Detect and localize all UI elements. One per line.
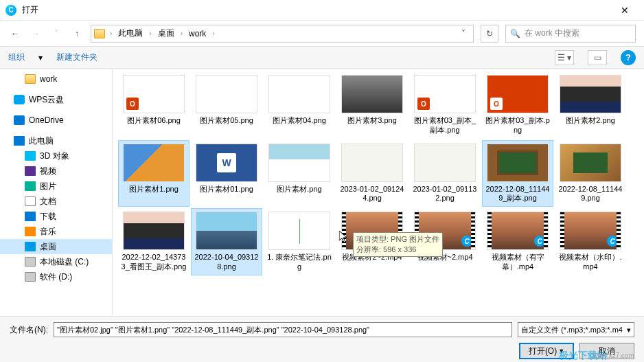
cloud-icon: [14, 95, 25, 104]
thumbnail: [560, 75, 621, 113]
file-label: 图片素材3.png: [347, 116, 397, 126]
file-item[interactable]: 2022-12-08_111449_副本.png: [482, 140, 553, 207]
doc-icon: [25, 196, 36, 206]
refresh-button[interactable]: ↻: [481, 25, 498, 43]
filename-input[interactable]: [54, 322, 512, 337]
tree-item[interactable]: WPS云盘: [0, 92, 112, 107]
tree-item[interactable]: OneDrive: [0, 113, 112, 128]
file-item[interactable]: 图片素材2.png: [555, 71, 626, 139]
chevron-right-icon: ›: [210, 30, 216, 37]
up-button[interactable]: ↑: [70, 27, 84, 41]
tree-label: 音乐: [40, 226, 56, 238]
back-button[interactable]: ←: [8, 27, 22, 41]
file-item[interactable]: 图片素材1.png: [118, 140, 189, 207]
thumbnail: [123, 212, 185, 250]
file-label: 图片素材03_副本.png: [484, 116, 551, 135]
window-title: 打开: [22, 4, 611, 16]
search-input[interactable]: 🔍 在 work 中搜索: [505, 25, 636, 43]
file-item[interactable]: O图片素材03_副本.png: [482, 71, 553, 139]
tree-item[interactable]: 视频: [0, 163, 112, 179]
thumbnail: [341, 75, 403, 113]
thumbnail: C: [487, 212, 549, 250]
obj3d-icon: [25, 151, 36, 161]
tree-item[interactable]: 图片: [0, 179, 112, 194]
chevron-right-icon: ›: [179, 30, 185, 37]
pic-icon: [25, 181, 36, 191]
thumbnail: O: [414, 75, 476, 113]
tree-item[interactable]: 此电脑: [0, 133, 112, 148]
file-item[interactable]: C视频素材2~2.mp4: [336, 208, 408, 275]
file-label: 视频素材2~2.mp4: [342, 253, 402, 262]
file-item[interactable]: C视频素材（水印）.mp4: [555, 208, 626, 275]
file-item[interactable]: O图片素材03_副本_副本.png: [409, 71, 481, 139]
file-item[interactable]: 图片素材3.png: [336, 71, 408, 139]
file-label: 1. 康奈尔笔记法.png: [266, 253, 333, 272]
path-segment[interactable]: 桌面: [155, 26, 177, 41]
file-label: 2022-12-02_143733_看图王_副本.png: [120, 253, 187, 272]
cloud2-icon: [14, 115, 25, 125]
tree-item[interactable]: 下载: [0, 209, 112, 224]
file-item[interactable]: 2023-01-02_091244.png: [336, 140, 408, 207]
tree-item[interactable]: 桌面: [0, 239, 112, 254]
folder-icon: [25, 74, 36, 84]
file-item[interactable]: 2022-10-04_093128.png: [191, 208, 262, 275]
file-label: 2023-01-02_091244.png: [338, 185, 406, 204]
file-item[interactable]: O图片素材06.png: [118, 71, 189, 139]
tree-label: 桌面: [40, 241, 56, 253]
new-folder-button[interactable]: 新建文件夹: [56, 52, 97, 63]
cancel-button[interactable]: 取消: [579, 343, 634, 359]
file-item[interactable]: W图片素材01.png: [191, 140, 262, 207]
filename-label: 文件名(N):: [10, 324, 48, 336]
tree-item[interactable]: 3D 对象: [0, 148, 112, 163]
tree-item[interactable]: 文档: [0, 194, 112, 209]
tree-item[interactable]: 本地磁盘 (C:): [0, 254, 112, 269]
file-label: 2022-12-08_111449.png: [557, 185, 624, 204]
path-segment[interactable]: 此电脑: [115, 26, 146, 41]
help-button[interactable]: ?: [621, 50, 636, 65]
file-item[interactable]: 图片素材04.png: [264, 71, 335, 139]
thumbnail: [123, 144, 185, 182]
tree-label: OneDrive: [29, 115, 64, 125]
file-label: 图片素材1.png: [129, 185, 179, 194]
open-button[interactable]: 打开(O)▼: [519, 343, 574, 359]
file-item[interactable]: 图片素材.png: [264, 140, 335, 207]
close-button[interactable]: ✕: [611, 5, 639, 16]
tree-item[interactable]: work: [0, 71, 112, 87]
tree-item[interactable]: 音乐: [0, 224, 112, 239]
file-item[interactable]: C视频素材~2.mp4: [409, 208, 481, 275]
file-item[interactable]: C视频素材（有字幕）.mp4: [482, 208, 553, 275]
pc-icon: [14, 136, 25, 146]
file-item[interactable]: 图片素材05.png: [191, 71, 262, 139]
thumbnail: [560, 144, 621, 182]
view-mode-button[interactable]: ☰ ▾: [555, 50, 574, 65]
file-label: 2022-12-08_111449_副本.png: [484, 185, 551, 204]
file-item[interactable]: 2023-01-02_091132.png: [409, 140, 481, 207]
tree-label: 视频: [40, 166, 56, 177]
recent-dropdown[interactable]: ˅: [49, 27, 63, 41]
tree-item[interactable]: 软件 (D:): [0, 269, 112, 284]
app-icon: C: [5, 5, 16, 16]
forward-button[interactable]: →: [29, 27, 43, 41]
file-type-filter[interactable]: 自定义文件 (*.mp3;*.mp3;*.m4 ▾: [518, 322, 634, 337]
file-item[interactable]: 2022-12-08_111449.png: [555, 140, 626, 207]
drive-icon: [25, 257, 36, 267]
file-item[interactable]: 2022-12-02_143733_看图王_副本.png: [118, 208, 189, 275]
sidebar-tree[interactable]: workWPS云盘OneDrive此电脑3D 对象视频图片文档下载音乐桌面本地磁…: [0, 69, 113, 316]
file-list[interactable]: O图片素材06.png图片素材05.png图片素材04.png图片素材3.png…: [113, 69, 644, 316]
music-icon: [25, 227, 36, 236]
preview-pane-button[interactable]: ▭: [588, 50, 607, 65]
tree-label: work: [40, 74, 57, 84]
thumbnail: [196, 75, 257, 113]
address-dropdown[interactable]: ˅: [457, 29, 470, 38]
path-segment[interactable]: work: [186, 27, 209, 40]
file-label: 图片素材04.png: [273, 116, 326, 126]
folder-icon: [94, 29, 105, 38]
address-bar[interactable]: › 此电脑 › 桌面 › work › ˅: [91, 25, 474, 43]
thumbnail: C: [341, 212, 403, 250]
dl-icon: [25, 212, 36, 221]
organize-menu[interactable]: 组织: [8, 52, 25, 63]
file-label: 图片素材01.png: [200, 185, 253, 194]
file-item[interactable]: 1. 康奈尔笔记法.png: [264, 208, 335, 275]
thumbnail: [487, 144, 549, 182]
file-label: 视频素材~2.mp4: [417, 253, 473, 262]
